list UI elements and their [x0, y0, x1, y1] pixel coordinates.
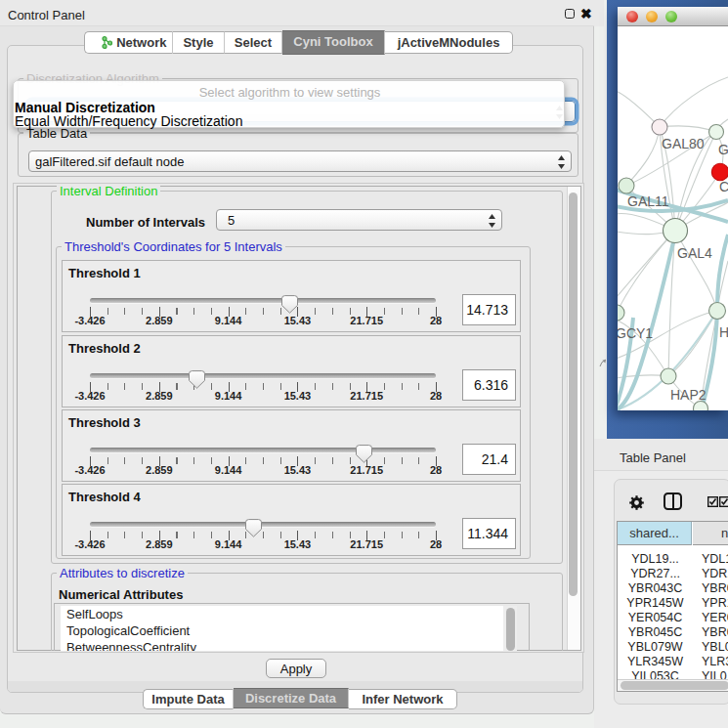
svg-text:GAL11: GAL11 [627, 193, 669, 209]
svg-text:GA: GA [718, 142, 728, 157]
svg-text:C: C [719, 179, 728, 194]
svg-text:GCY1: GCY1 [618, 325, 653, 341]
svg-text:GAL4: GAL4 [677, 245, 712, 261]
svg-text:H: H [719, 324, 728, 340]
svg-text:GAL80: GAL80 [662, 136, 705, 151]
svg-text:HAP2: HAP2 [670, 387, 707, 403]
